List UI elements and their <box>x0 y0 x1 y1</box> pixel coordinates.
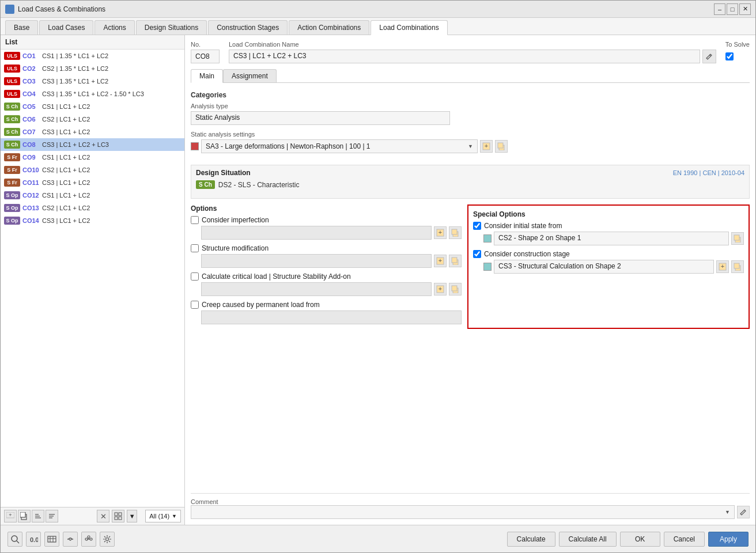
close-button[interactable]: ✕ <box>739 3 751 15</box>
list-item[interactable]: S Ch CO7 CS3 | LC1 + LC2 <box>1 126 184 138</box>
comment-edit-button[interactable] <box>737 506 750 518</box>
initial-state-checkbox[interactable] <box>473 222 481 230</box>
maximize-button[interactable]: □ <box>727 3 738 15</box>
expand-button[interactable]: ▼ <box>127 510 137 522</box>
comment-dropdown[interactable]: ▼ <box>191 505 735 519</box>
inner-tab-main[interactable]: Main <box>191 69 223 83</box>
tab-base[interactable]: Base <box>5 20 38 35</box>
svg-rect-12 <box>115 517 118 520</box>
calculate-all-button[interactable]: Calculate All <box>559 532 617 547</box>
list-item-co8[interactable]: S Ch CO8 CS3 | LC1 + LC2 + LC3 <box>1 138 184 151</box>
construction-stage-input[interactable]: CS3 - Structural Calculation on Shape 2 <box>494 260 714 274</box>
copy-button[interactable] <box>18 510 31 522</box>
tab-construction-stages[interactable]: Construction Stages <box>208 20 288 35</box>
svg-point-46 <box>85 538 88 540</box>
static-settings-dropdown[interactable]: SA3 - Large deformations | Newton-Raphso… <box>201 139 478 153</box>
construction-stage-label: Consider construction stage <box>484 250 570 258</box>
imperfection-label: Consider imperfection <box>202 216 269 224</box>
list-items: ULS CO1 CS1 | 1.35 * LC1 + LC2 ULS CO2 C… <box>1 50 184 507</box>
imperfection-new-button[interactable]: + <box>434 226 447 239</box>
critical-load-checkbox[interactable] <box>191 272 199 281</box>
construction-stage-checkbox[interactable] <box>473 250 481 258</box>
bottom-icons: 0.00 <box>7 532 502 547</box>
options-row: Options Consider imperfection + <box>191 204 750 329</box>
list-item[interactable]: S Fr CO9 CS1 | LC1 + LC2 <box>1 151 184 164</box>
sort-desc-button[interactable] <box>46 510 58 522</box>
list-item[interactable]: S Op CO12 CS1 | LC1 + LC2 <box>1 189 184 202</box>
tab-load-combinations[interactable]: Load Combinations <box>371 20 447 35</box>
list-item[interactable]: S Fr CO10 CS2 | LC1 + LC2 <box>1 164 184 176</box>
creep-input[interactable] <box>201 310 462 324</box>
option-construction-stage: Consider construction stage CS3 - Struct… <box>473 250 744 274</box>
inner-tab-bar: Main Assignment <box>191 69 750 83</box>
structure-mod-copy-button[interactable] <box>449 255 462 267</box>
tab-action-combinations[interactable]: Action Combinations <box>289 20 369 35</box>
construction-stage-copy-button[interactable] <box>731 260 744 273</box>
options-label: Options <box>191 204 462 213</box>
list-item[interactable]: S Op CO14 CS3 | LC1 + LC2 <box>1 214 184 227</box>
name-input[interactable]: CS3 | LC1 + LC2 + LC3 <box>229 50 700 63</box>
critical-load-new-button[interactable]: + <box>434 283 447 296</box>
list-item[interactable]: S Op CO13 CS2 | LC1 + LC2 <box>1 202 184 214</box>
structure-mod-input[interactable] <box>201 254 432 268</box>
initial-state-input[interactable]: CS2 - Shape 2 on Shape 1 <box>494 232 729 245</box>
critical-load-input[interactable] <box>201 282 432 296</box>
delete-button[interactable]: ✕ <box>97 510 109 522</box>
list-item[interactable]: ULS CO4 CS3 | 1.35 * LC1 + LC2 - 1.50 * … <box>1 88 184 100</box>
filter-dropdown[interactable]: All (14) ▼ <box>145 510 181 522</box>
add-button[interactable]: + <box>4 510 17 522</box>
svg-text:+: + <box>439 229 442 236</box>
calculate-button[interactable]: Calculate <box>507 532 555 547</box>
filter-label: All (14) <box>149 513 169 520</box>
list-item[interactable]: ULS CO1 CS1 | 1.35 * LC1 + LC2 <box>1 50 184 62</box>
color-indicator <box>191 142 199 150</box>
sort-asc-button[interactable] <box>32 510 44 522</box>
tab-design-situations[interactable]: Design Situations <box>136 20 207 35</box>
creep-checkbox[interactable] <box>191 301 199 309</box>
structure-icon-button[interactable] <box>81 532 96 547</box>
imperfection-checkbox[interactable] <box>191 216 199 224</box>
grid-button[interactable] <box>112 510 124 522</box>
left-footer: + ✕ ▼ <box>1 507 184 525</box>
window-icon <box>5 5 14 14</box>
tab-actions[interactable]: Actions <box>94 20 134 35</box>
minimize-button[interactable]: – <box>714 3 725 15</box>
svg-line-14 <box>709 55 710 56</box>
structure-mod-new-button[interactable]: + <box>434 255 447 267</box>
list-item[interactable]: ULS CO3 CS3 | 1.35 * LC1 + LC2 <box>1 75 184 88</box>
to-solve-group: To Solve <box>725 41 750 63</box>
cancel-button[interactable]: Cancel <box>664 532 705 547</box>
list-item[interactable]: S Fr CO11 CS3 | LC1 + LC2 <box>1 176 184 189</box>
initial-state-copy-button[interactable] <box>731 232 744 245</box>
svg-text:+: + <box>439 285 442 292</box>
edit-name-button[interactable] <box>702 50 716 63</box>
content-area: List ULS CO1 CS1 | 1.35 * LC1 + LC2 ULS … <box>1 35 755 525</box>
to-solve-checkbox[interactable] <box>725 52 734 60</box>
structure-mod-checkbox[interactable] <box>191 244 199 252</box>
settings-icon-button[interactable] <box>100 532 115 547</box>
link-icon-button[interactable] <box>63 532 78 547</box>
apply-button[interactable]: Apply <box>708 532 749 547</box>
list-item[interactable]: S Ch CO5 CS1 | LC1 + LC2 <box>1 100 184 113</box>
new-item-button[interactable]: + <box>480 140 493 153</box>
critical-load-copy-button[interactable] <box>449 283 462 296</box>
ok-button[interactable]: OK <box>620 532 660 547</box>
search-icon-button[interactable] <box>7 532 22 547</box>
list-item[interactable]: S Ch CO6 CS2 | LC1 + LC2 <box>1 113 184 126</box>
svg-rect-26 <box>452 257 457 263</box>
comment-dropdown-arrow: ▼ <box>725 509 730 515</box>
option-imperfection: Consider imperfection + <box>191 216 462 240</box>
svg-rect-32 <box>734 235 739 240</box>
copy-item-button[interactable] <box>495 140 508 153</box>
badge-uls: ULS <box>4 52 20 60</box>
list-item[interactable]: ULS CO2 CS2 | 1.35 * LC1 + LC2 <box>1 62 184 75</box>
svg-text:0.00: 0.00 <box>30 536 38 543</box>
table-icon-button[interactable] <box>44 532 59 547</box>
imperfection-input[interactable] <box>201 226 432 240</box>
static-settings-label: Static analysis settings <box>191 131 750 138</box>
number-icon-button[interactable]: 0.00 <box>26 532 41 547</box>
construction-stage-new-button[interactable]: + <box>716 260 729 273</box>
inner-tab-assignment[interactable]: Assignment <box>223 69 277 82</box>
imperfection-copy-button[interactable] <box>449 226 462 239</box>
tab-load-cases[interactable]: Load Cases <box>39 20 93 35</box>
